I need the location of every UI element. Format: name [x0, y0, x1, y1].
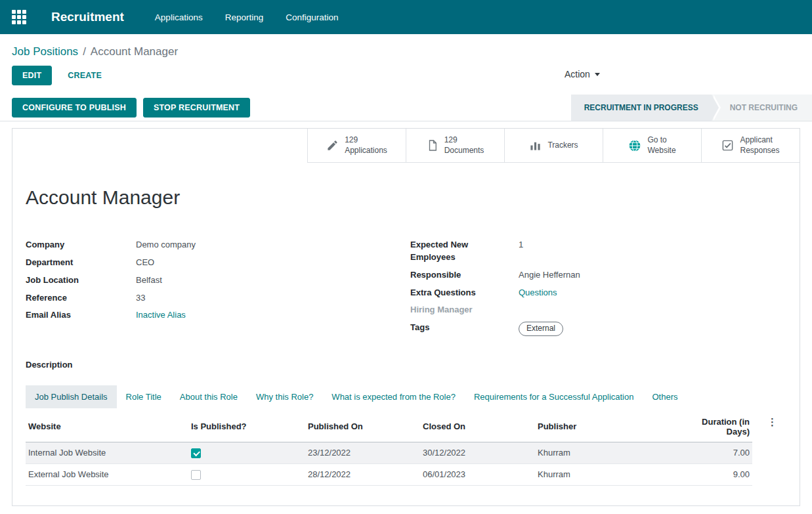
go-to-label-2: Website [647, 146, 675, 156]
field-hiring-manager: Hiring Manager [410, 301, 786, 319]
closed-on-cell: 06/01/2023 [420, 463, 535, 485]
tab-what-is-expected[interactable]: What is expected from the Role? [322, 385, 465, 408]
publish-table: Website Is Published? Published On Close… [26, 411, 752, 486]
applications-smart-button[interactable]: 129Applications [307, 129, 406, 163]
is-published-checkbox[interactable] [191, 448, 201, 458]
is-published-checkbox[interactable] [191, 470, 201, 480]
publisher-cell: Khurram [535, 442, 677, 463]
extra-questions-link[interactable]: Questions [519, 287, 557, 299]
document-icon [427, 139, 438, 152]
col-website[interactable]: Website [26, 411, 188, 442]
col-is-published[interactable]: Is Published? [188, 411, 305, 442]
field-company: Company Demo company [26, 236, 410, 254]
pencil-icon [326, 139, 339, 152]
app-name[interactable]: Recruitment [51, 10, 124, 24]
check-square-icon [721, 139, 734, 152]
published-on-cell: 23/12/2022 [305, 442, 420, 463]
responsible-value: Angie Heffernan [519, 269, 580, 282]
reference-value: 33 [136, 292, 145, 305]
state-recruitment-in-progress[interactable]: RECRUITMENT IN PROGRESS [571, 95, 712, 121]
breadcrumb-separator: / [83, 45, 86, 58]
field-job-location: Job Location Belfast [26, 272, 410, 289]
configure-to-publish-button[interactable]: CONFIGURE TO PUBLISH [12, 98, 137, 118]
content-area: 129Applications 129Documents Trackers Go… [0, 121, 812, 506]
applicant-responses-smart-button[interactable]: ApplicantResponses [701, 129, 800, 163]
edit-button[interactable]: EDIT [12, 66, 52, 85]
stop-recruitment-button[interactable]: STOP RECRUITMENT [143, 98, 250, 118]
form-sheet: Account Manager Company Demo company Dep… [12, 186, 800, 505]
duration-cell: 7.00 [677, 442, 752, 463]
bar-chart-icon [529, 139, 542, 152]
closed-on-cell: 30/12/2022 [420, 442, 535, 463]
documents-label: Documents [444, 146, 484, 156]
website-cell: Internal Job Website [26, 442, 188, 463]
duration-cell: 9.00 [677, 463, 752, 485]
col-closed-on[interactable]: Closed On [420, 411, 535, 442]
action-menu[interactable]: Action [565, 69, 600, 79]
tab-others[interactable]: Others [643, 385, 687, 408]
menu-applications[interactable]: Applications [144, 0, 214, 35]
go-to-label-1: Go to [647, 135, 675, 146]
field-responsible: Responsible Angie Heffernan [410, 267, 786, 284]
trackers-smart-button[interactable]: Trackers [504, 129, 603, 163]
col-duration[interactable]: Duration (in Days) [677, 411, 752, 442]
job-location-value: Belfast [136, 274, 162, 287]
description-label: Description [26, 360, 786, 370]
applications-count: 129 [345, 135, 387, 146]
department-value: CEO [136, 257, 154, 269]
column-options-icon[interactable]: ⋮ [767, 416, 777, 428]
company-value: Demo company [136, 239, 196, 251]
table-row-external-job-website[interactable]: External Job Website 28/12/2022 06/01/20… [26, 463, 752, 485]
applications-label: Applications [345, 146, 387, 156]
table-row-internal-job-website[interactable]: Internal Job Website 23/12/2022 30/12/20… [26, 442, 752, 463]
breadcrumb-current: Account Manager [91, 45, 178, 58]
field-reference: Reference 33 [26, 289, 410, 307]
caret-down-icon [595, 73, 600, 76]
create-button[interactable]: CREATE [64, 70, 106, 81]
top-navbar: Recruitment Applications Reporting Confi… [0, 0, 812, 34]
website-cell: External Job Website [26, 463, 188, 485]
publisher-cell: Khurram [535, 463, 677, 485]
field-groups: Company Demo company Department CEO Job … [26, 236, 786, 339]
control-row: EDIT CREATE Action [0, 58, 812, 86]
email-alias-link[interactable]: Inactive Alias [136, 309, 186, 322]
action-menu-label: Action [565, 69, 590, 79]
menu-configuration[interactable]: Configuration [274, 0, 349, 35]
trackers-label: Trackers [547, 140, 578, 151]
col-publisher[interactable]: Publisher [535, 411, 677, 442]
notebook-tabs: Job Publish Details Role Title About thi… [26, 385, 786, 408]
field-expected-new-employees: Expected New Employees 1 [410, 236, 786, 267]
smart-buttons: 129Applications 129Documents Trackers Go… [12, 129, 800, 163]
breadcrumb-parent[interactable]: Job Positions [12, 45, 78, 58]
publish-table-wrap: Website Is Published? Published On Close… [26, 411, 786, 486]
tab-role-title[interactable]: Role Title [117, 385, 171, 408]
go-to-website-smart-button[interactable]: Go toWebsite [603, 129, 701, 163]
status-row: CONFIGURE TO PUBLISH STOP RECRUITMENT RE… [0, 95, 812, 121]
documents-smart-button[interactable]: 129Documents [406, 129, 504, 163]
menu-reporting[interactable]: Reporting [214, 0, 275, 35]
field-tags: Tags External [410, 319, 786, 338]
field-group-left: Company Demo company Department CEO Job … [26, 236, 410, 339]
table-header-row: Website Is Published? Published On Close… [26, 411, 752, 442]
tab-about-this-role[interactable]: About this Role [171, 385, 247, 408]
job-title: Account Manager [26, 186, 786, 209]
main-menu: Applications Reporting Configuration [144, 0, 350, 35]
apps-grid-icon[interactable] [12, 10, 26, 24]
tab-job-publish-details[interactable]: Job Publish Details [26, 385, 117, 408]
applicant-label-1: Applicant [740, 135, 779, 146]
statusbar: RECRUITMENT IN PROGRESS NOT RECRUITING [571, 95, 812, 121]
field-extra-questions: Extra Questions Questions [410, 284, 786, 302]
tab-why-this-role[interactable]: Why this Role? [247, 385, 322, 408]
field-group-right: Expected New Employees 1 Responsible Ang… [410, 236, 786, 339]
globe-icon [628, 139, 641, 152]
field-email-alias: Email Alias Inactive Alias [26, 307, 410, 324]
col-published-on[interactable]: Published On [305, 411, 420, 442]
published-on-cell: 28/12/2022 [305, 463, 420, 485]
applicant-label-2: Responses [740, 146, 779, 156]
state-not-recruiting[interactable]: NOT RECRUITING [712, 95, 812, 121]
job-position-form: 129Applications 129Documents Trackers Go… [12, 128, 800, 506]
expected-new-employees-value: 1 [519, 239, 523, 251]
field-department: Department CEO [26, 254, 410, 272]
documents-count: 129 [444, 135, 484, 146]
tab-requirements[interactable]: Requirements for a Successful Applicatio… [465, 385, 643, 408]
